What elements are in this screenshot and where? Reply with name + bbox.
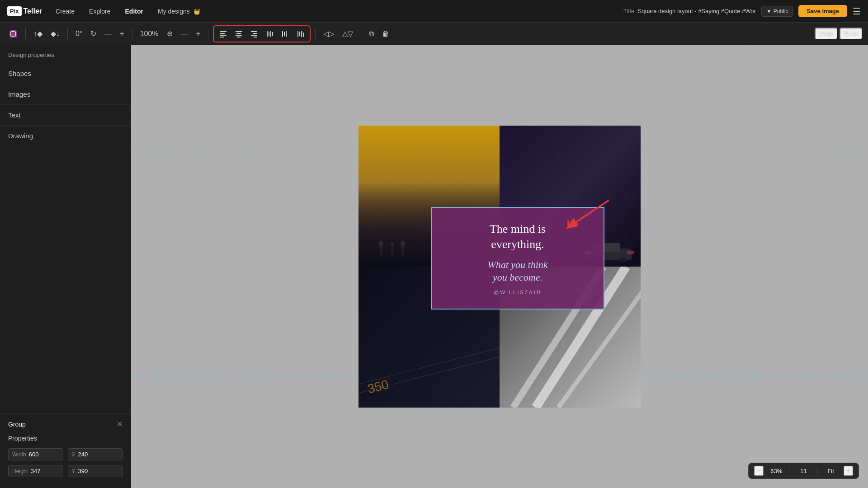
height-label: Height [12, 468, 28, 474]
align-right-btn[interactable] [247, 28, 261, 40]
align-top-btn[interactable] [262, 28, 277, 40]
plus-btn[interactable]: + [117, 28, 127, 40]
title-value: Square design layout - #Saying #Quote #W… [638, 8, 756, 14]
design-canvas: 350 [359, 126, 641, 408]
separator [361, 28, 361, 39]
svg-point-27 [391, 242, 394, 248]
svg-point-25 [379, 241, 383, 247]
width-value: 600 [29, 451, 39, 458]
svg-rect-18 [282, 31, 283, 37]
zoom-fit-icon[interactable]: ⊕ [164, 27, 176, 40]
properties-label: Properties [8, 435, 123, 442]
delete-btn[interactable]: 🗑 [379, 28, 392, 40]
svg-rect-12 [251, 35, 257, 36]
width-label: Width [12, 451, 26, 458]
height-row: Height 347 Y 390 [8, 465, 123, 477]
svg-rect-11 [253, 33, 257, 34]
nav-right: Title: Square design layout - #Saying #Q… [623, 5, 861, 17]
svg-rect-36 [627, 251, 634, 254]
move-up-btn[interactable]: ↑◆ [30, 27, 46, 40]
svg-rect-5 [220, 37, 224, 38]
zoom-bar: − 63% | 11 | Fit + [748, 463, 859, 479]
width-field[interactable]: Width 600 [8, 448, 63, 460]
zoom-fit[interactable]: Fit [823, 468, 839, 474]
svg-rect-15 [269, 32, 269, 36]
svg-rect-14 [267, 31, 268, 37]
hamburger-icon[interactable]: ☰ [853, 6, 861, 17]
svg-rect-4 [220, 35, 226, 36]
svg-line-37 [359, 357, 500, 393]
separator [25, 28, 26, 39]
separator [208, 28, 208, 39]
svg-rect-28 [391, 248, 394, 256]
svg-rect-13 [254, 37, 257, 38]
close-group-btn[interactable]: ✕ [117, 420, 123, 428]
quote-line3-4: What you think you become. [487, 258, 547, 284]
rotation-field[interactable]: 0° [72, 28, 85, 40]
move-down-btn[interactable]: ◆↓ [47, 27, 63, 40]
flip-h-btn[interactable]: ◁▷ [320, 27, 337, 40]
nav-explore[interactable]: Explore [86, 6, 113, 17]
toolbar: ↑◆ ◆↓ 0° ↻ — + 100% ⊕ — + ◁▷ △▽ ⧉ [0, 23, 868, 45]
group-title: Group [8, 421, 26, 428]
svg-rect-8 [236, 35, 242, 36]
selection-line-v-left [240, 45, 240, 488]
rotate-icon[interactable]: ↻ [87, 27, 99, 40]
logo[interactable]: Pix Teller [7, 6, 42, 16]
minus-btn[interactable]: — [101, 28, 115, 40]
alignment-group [213, 25, 311, 42]
svg-rect-10 [251, 31, 257, 32]
svg-rect-7 [236, 33, 241, 34]
sidebar: Design properties Shapes Images Text Dra… [0, 45, 131, 488]
align-bottom-btn[interactable] [293, 28, 307, 40]
height-value: 347 [31, 468, 41, 474]
zoom-pages: 11 [796, 468, 812, 474]
copy-btn[interactable]: ⧉ [366, 28, 377, 40]
sidebar-item-drawing[interactable]: Drawing [0, 126, 131, 146]
x-field[interactable]: X 240 [68, 448, 123, 460]
x-value: 240 [78, 451, 88, 458]
svg-rect-23 [301, 31, 302, 37]
sidebar-item-shapes[interactable]: Shapes [0, 63, 131, 84]
zoom-minus-btn[interactable]: — [178, 28, 191, 40]
zoom-sep: | [789, 467, 791, 475]
align-left-btn[interactable] [216, 28, 231, 40]
top-navigation: Pix Teller Create Explore Editor My desi… [0, 0, 868, 23]
y-label: Y [72, 468, 75, 474]
title-area: Title: Square design layout - #Saying #Q… [623, 8, 756, 14]
design-properties-title: Design properties [0, 45, 131, 63]
redo-button[interactable]: Redo [840, 28, 863, 40]
nav-mydesigns[interactable]: My designs 👑 [155, 6, 203, 17]
zoom-plus-btn[interactable]: + [193, 28, 203, 40]
width-row: Width 600 X 240 [8, 448, 123, 460]
separator [315, 28, 316, 39]
group-properties-panel: Group ✕ Properties Width 600 X 240 Heigh… [0, 413, 131, 488]
zoom-in-btn[interactable]: + [844, 466, 853, 476]
svg-rect-9 [237, 37, 241, 38]
dropdown-icon: ▼ [766, 8, 772, 14]
color-swatch-btn[interactable] [5, 27, 21, 41]
svg-rect-24 [303, 33, 304, 37]
sidebar-item-text[interactable]: Text [0, 105, 131, 126]
public-button[interactable]: ▼ Public [761, 6, 793, 17]
separator [132, 28, 132, 39]
svg-rect-17 [272, 32, 273, 36]
y-field[interactable]: Y 390 [68, 465, 123, 477]
zoom-out-btn[interactable]: − [754, 466, 764, 476]
flip-v-btn[interactable]: △▽ [339, 27, 356, 40]
height-field[interactable]: Height 347 [8, 465, 63, 477]
zoom-level-btn[interactable]: 100% [137, 28, 162, 40]
align-center-btn[interactable] [231, 28, 246, 40]
undo-button[interactable]: Undo [815, 28, 838, 40]
undo-redo-group: Undo Redo [815, 28, 863, 40]
logo-box: Pix [7, 6, 22, 16]
align-middle-btn[interactable] [278, 28, 292, 40]
group-header: Group ✕ [8, 420, 123, 428]
title-label: Title [623, 8, 634, 14]
sidebar-item-images[interactable]: Images [0, 84, 131, 105]
text-overlay[interactable]: The mind is everything. What you think y… [431, 207, 604, 310]
save-button[interactable]: Save image [798, 5, 847, 17]
logo-text: Teller [24, 7, 42, 15]
nav-create[interactable]: Create [53, 6, 77, 17]
nav-editor[interactable]: Editor [123, 6, 146, 17]
